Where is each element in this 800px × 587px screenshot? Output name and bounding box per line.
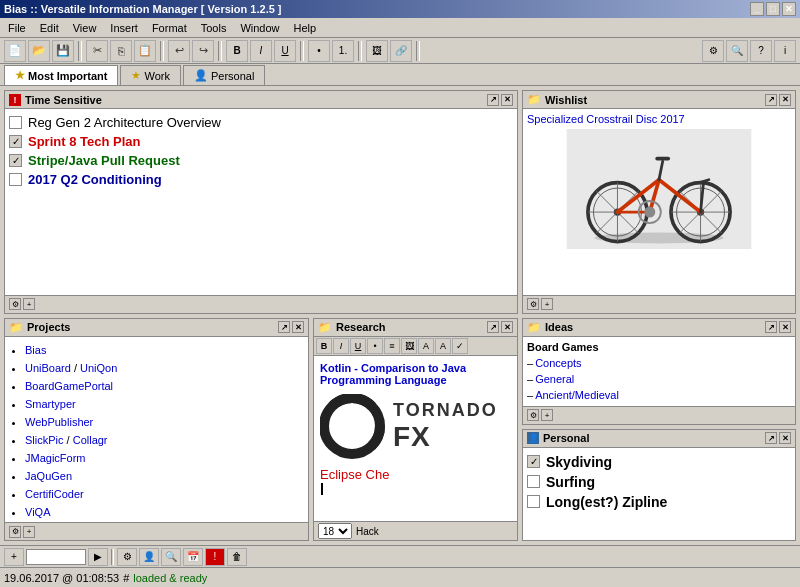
- tb-help[interactable]: ?: [750, 40, 772, 62]
- tb-open[interactable]: 📂: [28, 40, 50, 62]
- menu-file[interactable]: File: [2, 20, 32, 36]
- panel-ideas-footer-btn2[interactable]: +: [541, 409, 553, 421]
- project-link-jmagic[interactable]: JMagicForm: [25, 452, 86, 464]
- bt-calendar[interactable]: 📅: [183, 548, 203, 566]
- bt-add[interactable]: +: [4, 548, 24, 566]
- time-cb-3[interactable]: ✓: [9, 154, 22, 167]
- panel-wishlist-title: Wishlist: [545, 94, 761, 106]
- personal-cb-3[interactable]: [527, 495, 540, 508]
- panel-wishlist-footer-btn2[interactable]: +: [541, 298, 553, 310]
- bt-go[interactable]: ▶: [88, 548, 108, 566]
- wishlist-link[interactable]: Specialized Crosstrail Disc 2017: [527, 113, 791, 125]
- tb-info[interactable]: i: [774, 40, 796, 62]
- menu-help[interactable]: Help: [288, 20, 323, 36]
- tb-undo[interactable]: ↩: [168, 40, 190, 62]
- panel-personal-close[interactable]: ✕: [779, 432, 791, 444]
- menu-window[interactable]: Window: [234, 20, 285, 36]
- tb-paste[interactable]: 📋: [134, 40, 156, 62]
- research-tb-align[interactable]: ≡: [384, 338, 400, 354]
- research-tb-bold[interactable]: B: [316, 338, 332, 354]
- bt-search-input[interactable]: [26, 549, 86, 565]
- tb-settings[interactable]: ⚙: [702, 40, 724, 62]
- research-tb-bullet[interactable]: •: [367, 338, 383, 354]
- tb-save[interactable]: 💾: [52, 40, 74, 62]
- tb-search[interactable]: 🔍: [726, 40, 748, 62]
- research-tb-italic[interactable]: I: [333, 338, 349, 354]
- tab-most-important[interactable]: ★ Most Important: [4, 65, 118, 85]
- tb-bullet[interactable]: •: [308, 40, 330, 62]
- bt-trash[interactable]: 🗑: [227, 548, 247, 566]
- tab-personal[interactable]: 👤 Personal: [183, 65, 265, 85]
- project-link-bgp[interactable]: BoardGamePortal: [25, 380, 113, 392]
- tb-image[interactable]: 🖼: [366, 40, 388, 62]
- close-button[interactable]: ✕: [782, 2, 796, 16]
- panel-ideas-footer-btn1[interactable]: ⚙: [527, 409, 539, 421]
- tb-link[interactable]: 🔗: [390, 40, 412, 62]
- bt-search2[interactable]: 🔍: [161, 548, 181, 566]
- project-link-bias[interactable]: Bias: [25, 344, 46, 356]
- personal-icon: 👤: [527, 432, 539, 444]
- maximize-button[interactable]: □: [766, 2, 780, 16]
- idea-link-concepts[interactable]: Concepts: [535, 357, 581, 369]
- panel-personal-expand[interactable]: ↗: [765, 432, 777, 444]
- project-link-collagr[interactable]: Collagr: [73, 434, 108, 446]
- panel-wishlist-expand[interactable]: ↗: [765, 94, 777, 106]
- panel-projects-footer-btn2[interactable]: +: [23, 526, 35, 538]
- panel-ideas-expand[interactable]: ↗: [765, 321, 777, 333]
- research-tb-image[interactable]: 🖼: [401, 338, 417, 354]
- personal-cb-2[interactable]: [527, 475, 540, 488]
- panel-wishlist-close[interactable]: ✕: [779, 94, 791, 106]
- tb-numbered[interactable]: 1.: [332, 40, 354, 62]
- time-cb-4[interactable]: [9, 173, 22, 186]
- panel-wishlist-footer-btn1[interactable]: ⚙: [527, 298, 539, 310]
- panel-ideas-close[interactable]: ✕: [779, 321, 791, 333]
- panel-time-close[interactable]: ✕: [501, 94, 513, 106]
- project-link-viqa[interactable]: ViQA: [25, 506, 50, 518]
- panel-projects-expand[interactable]: ↗: [278, 321, 290, 333]
- project-link-webpublisher[interactable]: WebPublisher: [25, 416, 93, 428]
- bt-person[interactable]: 👤: [139, 548, 159, 566]
- project-link-certifi[interactable]: CertifiCoder: [25, 488, 84, 500]
- panel-research-expand[interactable]: ↗: [487, 321, 499, 333]
- idea-link-ancient[interactable]: Ancient/Medieval: [535, 389, 619, 401]
- eclipse-link[interactable]: Eclipse Che: [320, 467, 511, 482]
- menu-view[interactable]: View: [67, 20, 103, 36]
- tb-bold[interactable]: B: [226, 40, 248, 62]
- project-link-jaqugen[interactable]: JaQuGen: [25, 470, 72, 482]
- panel-time-expand[interactable]: ↗: [487, 94, 499, 106]
- tb-cut[interactable]: ✂: [86, 40, 108, 62]
- project-link-uniqon[interactable]: UniQon: [80, 362, 117, 374]
- tb-underline[interactable]: U: [274, 40, 296, 62]
- bt-warning[interactable]: !: [205, 548, 225, 566]
- research-link[interactable]: Kotlin - Comparison to Java Programming …: [320, 362, 466, 386]
- menu-format[interactable]: Format: [146, 20, 193, 36]
- panel-time-footer-btn2[interactable]: +: [23, 298, 35, 310]
- panel-projects-footer-btn1[interactable]: ⚙: [9, 526, 21, 538]
- research-tb-link2[interactable]: A: [435, 338, 451, 354]
- menu-tools[interactable]: Tools: [195, 20, 233, 36]
- tb-italic[interactable]: I: [250, 40, 272, 62]
- tab-work[interactable]: ★ Work: [120, 65, 180, 85]
- personal-cb-1[interactable]: ✓: [527, 455, 540, 468]
- project-link-smartyper[interactable]: Smartyper: [25, 398, 76, 410]
- menu-edit[interactable]: Edit: [34, 20, 65, 36]
- research-tb-check[interactable]: ✓: [452, 338, 468, 354]
- project-link-slickpic[interactable]: SlickPic: [25, 434, 64, 446]
- time-cb-1[interactable]: [9, 116, 22, 129]
- tb-copy[interactable]: ⎘: [110, 40, 132, 62]
- minimize-button[interactable]: _: [750, 2, 764, 16]
- tb-new[interactable]: 📄: [4, 40, 26, 62]
- titlebar-controls: _ □ ✕: [750, 2, 796, 16]
- menu-insert[interactable]: Insert: [104, 20, 144, 36]
- panel-projects-close[interactable]: ✕: [292, 321, 304, 333]
- bt-config[interactable]: ⚙: [117, 548, 137, 566]
- research-tb-underline[interactable]: U: [350, 338, 366, 354]
- panel-time-footer-btn1[interactable]: ⚙: [9, 298, 21, 310]
- time-cb-2[interactable]: ✓: [9, 135, 22, 148]
- project-link-uniboard[interactable]: UniBoard: [25, 362, 71, 374]
- tb-redo[interactable]: ↪: [192, 40, 214, 62]
- panel-research-close[interactable]: ✕: [501, 321, 513, 333]
- research-select[interactable]: 18: [318, 523, 352, 539]
- idea-link-general[interactable]: General: [535, 373, 574, 385]
- research-tb-link[interactable]: A: [418, 338, 434, 354]
